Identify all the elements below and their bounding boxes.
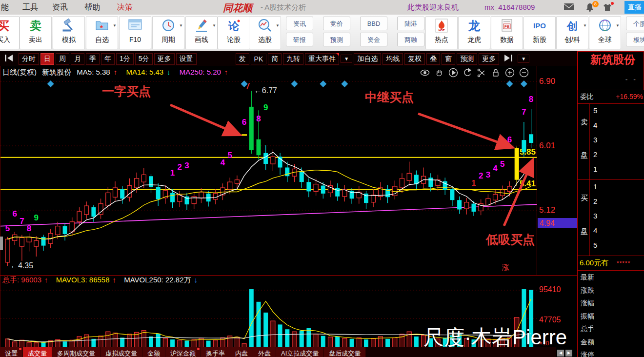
stock-name[interactable]: 新筑股份 [578,52,644,69]
tab-内盘[interactable]: 内盘 [230,347,253,357]
chevron-down-icon[interactable]: ▼ [113,23,117,28]
periodbar-均线[interactable]: 均线 [382,53,403,65]
shop-icon[interactable] [603,3,612,14]
lock-icon[interactable] [491,68,501,79]
chevron-down-icon[interactable]: ▼ [212,23,216,28]
eye-icon[interactable] [420,68,430,79]
全球-button[interactable]: 全球▼ [589,16,621,49]
资讯-button[interactable]: 资讯 [286,17,313,30]
tab-AI立拉成交量[interactable]: AI立拉成交量 [276,347,324,357]
jump-start-icon[interactable] [1,53,17,64]
periodbar-PK[interactable]: PK [251,54,267,64]
tab-多周期成交量[interactable]: 多周期成交量 [52,347,101,357]
menu-item-news[interactable]: 资讯 [52,2,68,13]
tab-沪深金额[interactable]: 沪深金额 [165,347,201,357]
jump-end-icon[interactable] [501,53,516,64]
买入-button[interactable]: 买买入 [0,16,20,49]
menu-item-help[interactable]: 帮助 [84,2,100,13]
period-1分[interactable]: 1分 [116,53,134,65]
scissors-icon[interactable] [477,68,486,79]
tab-成交量[interactable]: 成交量 [23,347,52,357]
queue-level-1[interactable]: 1 [593,165,597,173]
periodbar-重大事件[interactable]: 重大事件 [305,53,339,65]
period-分时[interactable]: 分时 [19,53,39,65]
live-button[interactable]: 直播 [624,1,644,14]
F10-button[interactable]: F10 [119,16,151,49]
选股-button[interactable]: 选股▼ [249,16,281,49]
periodbar-窗[interactable]: 窗 [442,53,455,65]
info-row-涨停[interactable]: 涨停 [581,351,594,357]
竞价-button[interactable]: 竞价 [323,17,350,30]
queue-level-5[interactable]: 5 [593,241,597,249]
periodbar-发[interactable]: 发 [236,53,249,65]
menu-item-tools[interactable]: 工具 [22,2,38,13]
queue-level-2[interactable]: 2 [593,197,597,205]
数据-button[interactable]: PE数据 [491,16,523,49]
scroll-handle[interactable] [0,237,3,250]
info-row-金额[interactable]: 金额 [581,338,594,347]
创/科-button[interactable]: 创创/科▼ [556,16,588,49]
info-row-涨幅[interactable]: 涨幅 [581,299,594,308]
period-季[interactable]: 季 [86,53,100,65]
新股-button[interactable]: IPO新股 [523,16,556,49]
period-日[interactable]: 日 [40,53,54,65]
画线-button[interactable]: 画线▼ [185,16,218,49]
periodbar-简[interactable]: 简 [268,53,282,65]
chevron-down-icon[interactable]: ▼ [583,23,587,28]
menu-item-partial[interactable]: 能 [1,2,9,13]
个股-button[interactable]: 个股 [626,17,644,30]
undo-icon[interactable] [463,68,472,79]
zoom-out-icon[interactable] [519,68,529,79]
chevron-down-icon[interactable]: ▼ [616,23,620,28]
periodbar-预测[interactable]: 预测 [457,53,477,65]
chevron-down-icon[interactable]: ▼ [179,23,183,28]
candlestick-chart[interactable]: 5.855.41/567891234568912345678←6.77←4.35… [0,66,537,276]
热点-button[interactable]: HOT热点 [425,16,458,49]
mail-icon[interactable] [564,3,574,13]
zoom-in-icon[interactable] [505,68,515,79]
periodbar-更多[interactable]: 更多 [479,53,499,65]
periodbar-叠[interactable]: 叠 [426,53,440,65]
periodbar-九转[interactable]: 九转 [283,53,303,65]
tab-换手率[interactable]: 换手率 [201,347,230,357]
username[interactable]: mx_416478809 [484,3,535,11]
龙虎-button[interactable]: 龙龙虎 [458,16,490,49]
play-icon[interactable] [448,68,458,79]
周期-button[interactable]: 周期▼ [152,16,184,49]
tab-设置[interactable]: 设置 [0,347,23,357]
tab-外盘[interactable]: 外盘 [253,347,276,357]
queue-level-2[interactable]: 2 [593,150,597,159]
period-更多[interactable]: 更多 [154,53,175,65]
menu-item-decision[interactable]: 决策 [117,2,133,13]
periodbar-加自选[interactable]: 加自选 [354,53,381,65]
陆港-button[interactable]: 陆港 [397,17,424,30]
论股-button[interactable]: 论论股 [218,16,250,49]
hand-icon[interactable] [434,68,444,79]
板块-button[interactable]: 板块 [626,33,644,46]
info-row-总手[interactable]: 总手 [581,325,594,334]
queue-level-3[interactable]: 3 [593,212,597,220]
period-年[interactable]: 年 [101,53,115,65]
queue-level-4[interactable]: 4 [593,226,597,235]
卖出-button[interactable]: 卖卖出 [20,16,52,49]
tab-金额[interactable]: 金额 [142,347,165,357]
info-row-涨跌[interactable]: 涨跌 [581,286,594,295]
chevron-down-icon[interactable]: ▼ [518,55,529,63]
promo-link[interactable]: 此类股迎来良机 [407,3,459,12]
queue-level-5[interactable]: 5 [593,106,597,115]
period-5分[interactable]: 5分 [135,53,153,65]
info-row-振幅[interactable]: 振幅 [581,312,594,321]
info-row-最新[interactable]: 最新 [581,273,594,282]
tab-盘后成交量[interactable]: 盘后成交量 [324,347,366,357]
自选-button[interactable]: ★自选▼ [86,16,118,49]
研报-button[interactable]: 研报 [286,33,313,46]
queue-level-1[interactable]: 1 [593,182,597,191]
chevron-down-icon[interactable]: ▼ [341,55,352,63]
chevron-down-icon[interactable]: ▼ [276,23,280,28]
period-周[interactable]: 周 [56,53,69,65]
periodbar-复权[interactable]: 复权 [404,53,425,65]
BBD-button[interactable]: BBD [360,17,387,30]
period-设置[interactable]: 设置 [176,53,197,65]
模拟-button[interactable]: 模拟 [53,16,85,49]
资金-button[interactable]: 资金 [360,33,387,46]
